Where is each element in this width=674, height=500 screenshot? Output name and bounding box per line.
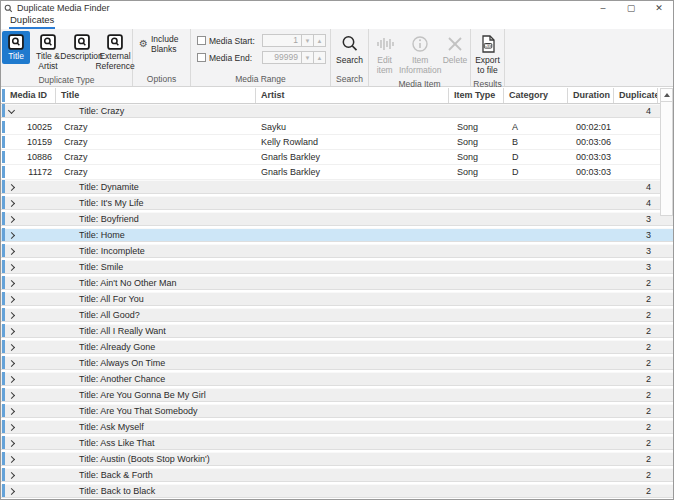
boxed-magnifier-icon: [40, 34, 56, 50]
group-row[interactable]: Title: Already Gone2: [1, 340, 673, 356]
duplicate-type-description-button[interactable]: Description: [66, 31, 97, 64]
chevron-right-icon[interactable]: [8, 328, 15, 335]
ribbon-tabs: Duplicates: [1, 15, 673, 29]
group-title: Title: All For You: [79, 294, 144, 304]
chevron-right-icon[interactable]: [8, 424, 15, 431]
chevron-right-icon[interactable]: [8, 312, 15, 319]
column-header-artist[interactable]: Artist: [256, 88, 449, 103]
group-title: Title: Ask Myself: [79, 422, 144, 432]
chevron-right-icon[interactable]: [8, 184, 15, 191]
group-title: Title: Austin (Boots Stop Workin'): [79, 454, 210, 464]
scrollbar-up-button[interactable]: [660, 88, 673, 102]
media-start-down-button[interactable]: ▼: [302, 34, 314, 47]
media-end-down-button[interactable]: ▼: [302, 51, 314, 64]
chevron-right-icon[interactable]: [8, 296, 15, 303]
close-button[interactable]: ✕: [645, 1, 673, 15]
cell-category: D: [504, 150, 568, 164]
group-title: Title: Another Chance: [79, 374, 165, 384]
group-row[interactable]: Title: Are You That Somebody2: [1, 404, 673, 420]
chevron-right-icon[interactable]: [8, 440, 15, 447]
media-end-up-button[interactable]: ▲: [314, 51, 326, 64]
search-button[interactable]: Search: [334, 31, 365, 68]
media-start-up-button[interactable]: ▲: [314, 34, 326, 47]
chevron-right-icon[interactable]: [8, 344, 15, 351]
column-header-duplicates[interactable]: Duplicates: [614, 88, 658, 103]
duplicate-type-title-button[interactable]: Title: [2, 31, 30, 64]
chevron-right-icon[interactable]: [8, 232, 15, 239]
group-row[interactable]: Title: All I Really Want2: [1, 324, 673, 340]
group-row[interactable]: Title: Crazy4: [1, 104, 673, 120]
group-row[interactable]: Title: Ask Myself2: [1, 420, 673, 436]
media-item-row[interactable]: 11172CrazyGnarls BarkleySongD00:03:03: [1, 165, 673, 180]
chevron-right-icon[interactable]: [8, 360, 15, 367]
chevron-right-icon[interactable]: [8, 456, 15, 463]
chevron-right-icon[interactable]: [8, 392, 15, 399]
group-row[interactable]: Title: Ain't No Other Man2: [1, 276, 673, 292]
media-item-row[interactable]: 10025CrazySaykuSongA00:02:01: [1, 120, 673, 135]
column-header-duration[interactable]: Duration: [568, 88, 614, 103]
chevron-right-icon[interactable]: [8, 248, 15, 255]
duplicate-type-external-reference-button[interactable]: External Reference: [99, 31, 131, 74]
group-duplicates-count: 2: [646, 358, 651, 368]
media-start-input[interactable]: 1: [262, 34, 302, 47]
group-row[interactable]: Title: Another Chance2: [1, 372, 673, 388]
column-header-item-type[interactable]: Item Type: [449, 88, 504, 103]
column-header-media-id[interactable]: Media ID: [1, 88, 56, 103]
column-header-title[interactable]: Title: [56, 88, 256, 103]
group-row[interactable]: Title: Are You Gonna Be My Girl2: [1, 388, 673, 404]
media-end-checkbox[interactable]: [197, 53, 206, 62]
group-duplicates-count: 2: [646, 326, 651, 336]
chevron-right-icon[interactable]: [8, 488, 15, 495]
item-information-button[interactable]: Item Information: [401, 31, 439, 78]
group-duplicates-count: 2: [646, 278, 651, 288]
chevron-down-icon[interactable]: [8, 107, 15, 114]
group-duplicates-count: 2: [646, 454, 651, 464]
group-row[interactable]: Title: Always On Time2: [1, 356, 673, 372]
group-row[interactable]: Title: Incomplete3: [1, 244, 673, 260]
group-row[interactable]: Title: Austin (Boots Stop Workin')2: [1, 452, 673, 468]
column-header-category[interactable]: Category: [504, 88, 568, 103]
vertical-scrollbar[interactable]: [659, 88, 673, 499]
group-row[interactable]: Title: Dynamite4: [1, 180, 673, 196]
group-row[interactable]: Title: Ass Like That2: [1, 436, 673, 452]
cell-duration: 00:03:03: [568, 150, 614, 164]
chevron-right-icon[interactable]: [8, 376, 15, 383]
group-label-media-range: Media Range: [191, 73, 330, 86]
media-item-row[interactable]: 10159CrazyKelly RowlandSongB00:03:06: [1, 135, 673, 150]
group-row[interactable]: Title: Back & Forth2: [1, 468, 673, 484]
button-label: Search: [336, 56, 363, 66]
group-row[interactable]: Title: Back to Black2: [1, 484, 673, 500]
include-blanks-button[interactable]: ⚙ Include Blanks: [137, 31, 190, 57]
chevron-right-icon[interactable]: [8, 216, 15, 223]
chevron-right-icon[interactable]: [8, 472, 15, 479]
media-end-label: Media End:: [209, 53, 262, 63]
chevron-right-icon[interactable]: [8, 280, 15, 287]
chevron-right-icon[interactable]: [8, 200, 15, 207]
media-item-row[interactable]: 10886CrazyGnarls BarkleySongD00:03:03: [1, 150, 673, 165]
group-row[interactable]: Title: It's My Life4: [1, 196, 673, 212]
scrollbar-thumb[interactable]: [660, 102, 673, 216]
button-label: External Reference: [95, 52, 134, 72]
duplicate-type-title-artist-button[interactable]: Title & Artist: [32, 31, 64, 74]
maximize-button[interactable]: ▢: [617, 1, 645, 15]
minimize-button[interactable]: –: [589, 1, 617, 15]
group-label-search: Search: [331, 73, 368, 86]
group-duplicates-count: 2: [646, 422, 651, 432]
group-row[interactable]: Title: Home3: [1, 228, 673, 244]
group-row[interactable]: Title: Boyfriend3: [1, 212, 673, 228]
group-row[interactable]: Title: All For You2: [1, 292, 673, 308]
cell-media-id: 10025: [1, 120, 56, 134]
group-row[interactable]: Title: All Good?2: [1, 308, 673, 324]
export-to-file-button[interactable]: CSV Export to file: [472, 31, 503, 78]
delete-button[interactable]: Delete: [441, 31, 469, 68]
cell-media-id: 11172: [1, 165, 56, 179]
group-duplicates-count: 2: [646, 374, 651, 384]
group-duplicate-type: Title Title & Artist D: [1, 29, 133, 86]
media-start-checkbox[interactable]: [197, 36, 206, 45]
tab-duplicates[interactable]: Duplicates: [9, 14, 55, 29]
group-row[interactable]: Title: Smile3: [1, 260, 673, 276]
chevron-right-icon[interactable]: [8, 408, 15, 415]
media-end-input[interactable]: 99999: [262, 51, 302, 64]
edit-item-button[interactable]: Edit item: [370, 31, 399, 78]
chevron-right-icon[interactable]: [8, 264, 15, 271]
